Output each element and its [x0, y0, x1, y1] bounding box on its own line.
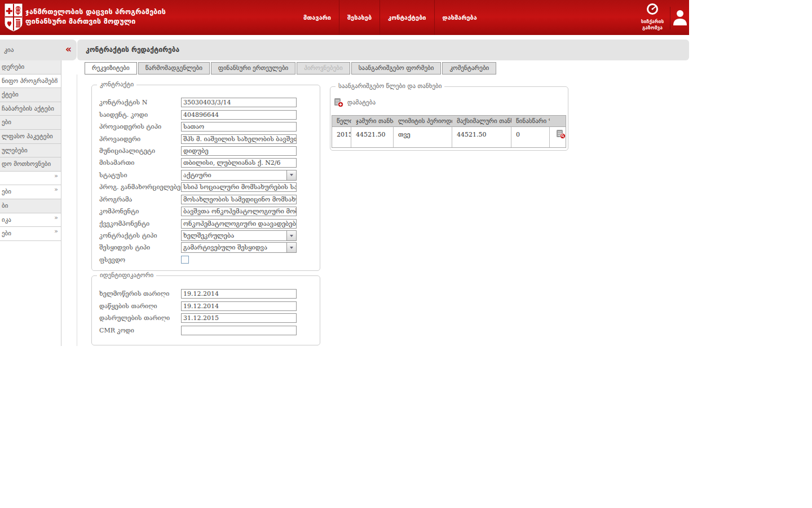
- form-row: დასრულების თარიღი31.12.2015: [92, 312, 320, 324]
- sidebar-item[interactable]: ჩაბარების აქტები: [0, 102, 61, 116]
- sidebar-item[interactable]: ლფასო პაკეტები: [0, 130, 61, 144]
- sidebar-item[interactable]: ულებები: [0, 144, 61, 158]
- provider-input[interactable]: შპს მ. იაშვილის სახელობის ბავშვთა ცენტრ: [181, 134, 297, 144]
- pseudo-checkbox[interactable]: [181, 256, 189, 264]
- dropdown-button[interactable]: [286, 243, 296, 252]
- ident-code-input[interactable]: 404896644: [181, 110, 297, 120]
- identifier-fieldset-legend: იდენტიფიკატორი: [97, 271, 156, 279]
- start-date-input[interactable]: 19.12.2014: [181, 301, 297, 311]
- tab-normal[interactable]: ფინანსური ერთეულები: [211, 62, 295, 75]
- field-label: პროგ. განმახორციელებელი: [92, 183, 181, 191]
- form-row: კომპონენტიბავშვთა ონკოჰემატოლოგიური მომს…: [92, 205, 320, 217]
- speedometer-icon: [646, 2, 659, 16]
- table-header-cell: წინასწარი %: [511, 117, 550, 125]
- sidebar-item[interactable]: ები»: [0, 227, 61, 241]
- form-row: სტატუსიაქტიური: [92, 169, 320, 181]
- provider-type-input[interactable]: სათაო: [181, 122, 297, 132]
- dropdown-button[interactable]: [286, 170, 296, 180]
- tab-normal[interactable]: საანგარიშგებო ფორმები: [351, 62, 442, 75]
- submenu-arrow-icon: »: [54, 227, 58, 238]
- nav-item[interactable]: მთავარი: [295, 0, 339, 35]
- sidebar-collapse-icon[interactable]: «: [65, 43, 72, 55]
- sidebar-menu: დერებინიფო პროგრამები»ქტებიჩაბარების აქტ…: [0, 60, 61, 241]
- sidebar-item[interactable]: ები: [0, 116, 61, 130]
- user-menu-button[interactable]: [673, 8, 687, 27]
- identifier-form-rows: ხელმოწერის თარიღი19.12.2014დაწყების თარი…: [92, 276, 320, 336]
- sign-date-input[interactable]: 19.12.2014: [181, 289, 297, 299]
- field-label: ქვეკომპონენტი: [92, 220, 181, 227]
- form-row: პროგრამამოსახლეობის სამედიცინო მომსახურე…: [92, 194, 320, 205]
- app-title-line2: ფინანსური მართვის მოდული: [25, 16, 166, 26]
- sidebar-item[interactable]: ბი: [0, 199, 61, 213]
- add-year-button[interactable]: დამატება: [334, 98, 376, 107]
- georgia-health-shield-icon: [4, 3, 23, 32]
- nav-item[interactable]: შესახებ: [339, 0, 379, 35]
- field-label: CMR კოდი: [92, 327, 181, 334]
- identifier-fieldset: იდენტიფიკატორი ხელმოწერის თარიღი19.12.20…: [91, 275, 320, 345]
- select-value: ხელშეკრულება: [182, 232, 286, 239]
- tab-normal[interactable]: კომენტარები: [442, 62, 496, 75]
- program-input[interactable]: მოსახლეობის სამედიცინო მომსახურების: [181, 195, 297, 204]
- sidebar-item[interactable]: დერები: [0, 60, 61, 75]
- sidebar-item[interactable]: ები»: [0, 185, 61, 199]
- municipality-input[interactable]: დიდუბე: [181, 146, 297, 156]
- field-label: საიდენტ. კოდი: [92, 111, 181, 119]
- form-row: კონტრაქტის ტიპიხელშეკრულება: [92, 230, 320, 242]
- doc-magnifier-icon[interactable]: [556, 129, 566, 139]
- speed-test-button[interactable]: სიჩქარის გაზომვა: [635, 2, 670, 34]
- nav-item[interactable]: კონტაქტები: [379, 0, 434, 35]
- nav-item[interactable]: დახმარება: [434, 0, 485, 35]
- years-table-body: 201544521.50თვე44521.500: [332, 126, 566, 148]
- form-row: მისამართითბილისი, ლუბლიანას ქ. N2/6: [92, 157, 320, 169]
- speed-test-label: სიჩქარის გაზომვა: [635, 19, 670, 31]
- table-header-cell: მაქსიმალური თანხა: [452, 117, 511, 125]
- form-row: საიდენტ. კოდი404896644: [92, 108, 320, 120]
- submenu-arrow-icon: »: [54, 75, 58, 86]
- field-label: შესყიდვის ტიპი: [92, 244, 181, 251]
- sidebar-item[interactable]: იკა»: [0, 213, 61, 227]
- implementer-input[interactable]: სსიპ სოციალური მომსახურების სააგენტო: [181, 182, 297, 192]
- end-date-input[interactable]: 31.12.2015: [181, 313, 297, 323]
- tab-active[interactable]: რეკვიზიტები: [85, 62, 137, 75]
- sidebar-item[interactable]: »: [0, 172, 61, 186]
- years-fieldset: საანგარიშგებო წლები და თანხები დამატება …: [330, 86, 568, 151]
- table-row: 201544521.50თვე44521.500: [332, 126, 566, 148]
- component-input[interactable]: ბავშვთა ონკოჰემატოლოგიური მომსახურე: [181, 207, 297, 216]
- purchase-type-select[interactable]: გამარტივებული შესყიდვა: [181, 242, 297, 253]
- years-table-header: წელიჯამური თანხალიმიტის პერიოდიმაქსიმალუ…: [332, 115, 566, 126]
- tab-normal[interactable]: წარმომადგენლები: [138, 62, 210, 75]
- table-header-cell: ჯამური თანხა: [351, 117, 394, 125]
- person-icon: [673, 8, 687, 27]
- sidebar-title: კია: [4, 46, 14, 54]
- field-label: დაწყების თარიღი: [92, 303, 181, 310]
- sidebar-item[interactable]: ქტები: [0, 88, 61, 102]
- table-cell: 44521.50: [351, 127, 394, 147]
- field-label: მუნიციპალიტეტი: [92, 147, 181, 155]
- tab-disabled: პიროვნებები: [297, 62, 350, 75]
- form-row: დაწყების თარიღი19.12.2014: [92, 300, 320, 312]
- table-cell: 0: [511, 127, 550, 147]
- form-row: ფსევდო: [92, 254, 320, 266]
- dropdown-button[interactable]: [286, 231, 296, 240]
- cmr-code-input[interactable]: [181, 326, 297, 335]
- table-cell: თვე: [394, 127, 452, 147]
- sidebar-border: [61, 60, 61, 346]
- sidebar-item[interactable]: დო მოთხოვნები: [0, 157, 61, 172]
- app-title-line1: ჯანმრთელობის დაცვის პროგრამების: [25, 7, 166, 16]
- contract-number-input[interactable]: 35030403/3/14: [181, 98, 297, 107]
- field-label: მისამართი: [92, 159, 181, 167]
- contract-type-select[interactable]: ხელშეკრულება: [181, 230, 297, 241]
- form-row: ხელმოწერის თარიღი19.12.2014: [92, 288, 320, 300]
- status-select[interactable]: აქტიური: [181, 170, 297, 181]
- field-label: დასრულების თარიღი: [92, 314, 181, 322]
- field-label: პროგრამა: [92, 196, 181, 203]
- top-header-bar: ჯანმრთელობის დაცვის პროგრამების ფინანსურ…: [0, 0, 689, 35]
- doc-plus-icon: [334, 98, 343, 107]
- address-input[interactable]: თბილისი, ლუბლიანას ქ. N2/6: [181, 158, 297, 168]
- subcomponent-input[interactable]: ონკოჰემატოლოგიური დაავადებების მქონ: [181, 219, 297, 229]
- chevron-down-icon: [290, 235, 293, 237]
- top-nav: მთავარიშესახებკონტაქტებიდახმარება: [295, 0, 485, 35]
- sidebar-item[interactable]: ნიფო პროგრამები»: [0, 75, 61, 89]
- page-title: კონტრაქტის რედაქტირება: [86, 46, 179, 54]
- form-row: შესყიდვის ტიპიგამარტივებული შესყიდვა: [92, 242, 320, 253]
